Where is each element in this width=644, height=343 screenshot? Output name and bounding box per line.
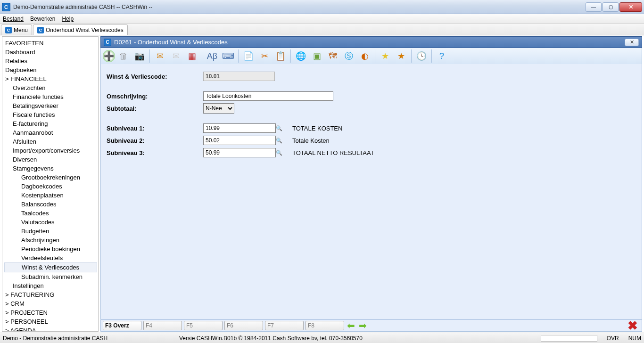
sidebar: FAVORIETENDashboardRelatiesDagboeken> FI…	[2, 36, 99, 332]
sub1-result: TOTALE KOSTEN	[292, 125, 342, 132]
help-icon[interactable]: ?	[434, 49, 449, 63]
font-icon[interactable]: Aβ	[205, 49, 220, 63]
skype-icon[interactable]: Ⓢ	[341, 49, 356, 63]
add-icon[interactable]: ➕	[103, 50, 115, 62]
pdf-icon[interactable]: ▦	[184, 49, 199, 63]
delete-icon[interactable]: 🗑	[116, 49, 131, 63]
label-sub3: Subniveau 3:	[107, 149, 203, 156]
camera-icon[interactable]: 📷	[132, 49, 147, 63]
sidebar-item[interactable]: Afschrijvingen	[4, 236, 97, 245]
box-icon[interactable]: ▣	[309, 49, 324, 63]
sidebar-item[interactable]: Taalcodes	[4, 209, 97, 218]
star-alt-icon[interactable]: ★	[394, 49, 409, 63]
tab-onderhoud[interactable]: C Onderhoud Winst Verliescodes	[33, 24, 128, 35]
sub2-input[interactable]	[203, 136, 276, 145]
sidebar-item[interactable]: Dagboeken	[4, 65, 97, 74]
sidebar-item[interactable]: Periodieke boekingen	[4, 245, 97, 253]
menu-button-label: Menu	[14, 27, 28, 33]
lookup-icon[interactable]: 🔍	[275, 148, 283, 157]
calculator-icon[interactable]: ⌨	[221, 49, 236, 63]
sub1-input[interactable]	[203, 123, 276, 133]
sidebar-item[interactable]: Dagboekcodes	[4, 182, 97, 191]
sub3-input[interactable]	[203, 148, 276, 157]
sidebar-item[interactable]: Fiscale functies	[4, 110, 97, 119]
cut-icon[interactable]: ✂	[257, 49, 272, 63]
pane-title: D0261 - Onderhoud Winst & Verliescodes	[114, 39, 228, 46]
sidebar-item[interactable]: > FINANCIEEL	[4, 74, 97, 83]
pane-close-button[interactable]: ✕	[625, 39, 639, 46]
app-icon-small: C	[37, 27, 44, 33]
sidebar-item[interactable]: FAVORIETEN	[4, 39, 97, 48]
sidebar-item[interactable]: > AGENDA	[4, 326, 97, 332]
sidebar-item[interactable]: Afsluiten	[4, 137, 97, 146]
sidebar-item[interactable]: Budgetten	[4, 227, 97, 236]
sidebar-item[interactable]: > PERSONEEL	[4, 317, 97, 326]
map-icon[interactable]: 🗺	[325, 49, 340, 63]
sidebar-item[interactable]: Balanscodes	[4, 200, 97, 209]
sidebar-item[interactable]: > FACTURERING	[4, 290, 97, 299]
app-icon: C	[2, 3, 10, 11]
sidebar-item[interactable]: Import/export/conversies	[4, 146, 97, 155]
status-version: Versie CASHWin.B01b © 1984-2011 Cash Sof…	[179, 335, 363, 342]
label-code: Winst & Verliescode:	[107, 73, 203, 80]
f5-button[interactable]: F5	[184, 321, 223, 330]
menubar: Bestand Bewerken Help	[0, 14, 644, 24]
sidebar-item[interactable]: Diversen	[4, 155, 97, 164]
next-arrow-icon[interactable]: ➡	[359, 320, 367, 331]
cancel-button[interactable]: ✖	[627, 318, 638, 333]
code-input[interactable]	[203, 72, 275, 81]
tab-label: Onderhoud Winst Verliescodes	[46, 27, 124, 33]
sidebar-item[interactable]: Instellingen	[4, 281, 97, 290]
app-icon-small: C	[104, 39, 111, 46]
toolbar-separator	[238, 49, 239, 63]
sidebar-item[interactable]: Stamgegevens	[4, 164, 97, 173]
sidebar-item[interactable]: Financiele functies	[4, 92, 97, 101]
content-pane: C D0261 - Onderhoud Winst & Verliescodes…	[100, 36, 642, 332]
sidebar-item[interactable]: Valutacodes	[4, 218, 97, 227]
prev-arrow-icon[interactable]: ⬅	[347, 320, 355, 331]
toolbar-separator	[202, 49, 202, 63]
menu-bestand[interactable]: Bestand	[3, 16, 24, 22]
lookup-icon[interactable]: 🔍	[275, 136, 283, 145]
omschrijving-input[interactable]	[203, 91, 333, 101]
lookup-icon[interactable]: 🔍	[275, 124, 283, 132]
sidebar-item[interactable]: Aanmaanrobot	[4, 128, 97, 137]
label-subtotaal: Subtotaal:	[107, 105, 203, 112]
sidebar-item[interactable]: Grootboekrekeningen	[4, 173, 97, 182]
menu-bewerken[interactable]: Bewerken	[30, 16, 55, 22]
f8-button[interactable]: F8	[305, 321, 344, 330]
f3-button[interactable]: F3 Overz	[103, 321, 141, 330]
mail-open-icon[interactable]: ✉	[152, 49, 167, 63]
menu-button[interactable]: C Menu	[1, 24, 32, 35]
sidebar-item[interactable]: Kostenplaatsen	[4, 191, 97, 200]
maximize-button[interactable]: ▢	[603, 2, 619, 12]
sidebar-item[interactable]: E-facturering	[4, 119, 97, 128]
f7-button[interactable]: F7	[265, 321, 304, 330]
minimize-button[interactable]: —	[586, 2, 602, 12]
subtotaal-select[interactable]: N-Nee	[203, 103, 234, 114]
statusbar: Demo - Demonstratie administratie CASH V…	[0, 333, 644, 343]
f6-button[interactable]: F6	[224, 321, 263, 330]
sidebar-item[interactable]: Relaties	[4, 57, 97, 65]
menu-help[interactable]: Help	[62, 16, 74, 22]
sub3-result: TOTAAL NETTO RESULTAAT	[292, 149, 374, 156]
paste-icon[interactable]: 📄	[241, 49, 256, 63]
sidebar-item[interactable]: Winst & Verliescodes	[4, 262, 97, 272]
sidebar-item[interactable]: > PROJECTEN	[4, 308, 97, 317]
close-button[interactable]: ✕	[619, 2, 642, 12]
sidebar-item[interactable]: Subadmin. kenmerken	[4, 272, 97, 281]
sidebar-item[interactable]: Verdeelsleutels	[4, 253, 97, 262]
status-left: Demo - Demonstratie administratie CASH	[3, 335, 107, 342]
clock-icon[interactable]: 🕓	[414, 49, 429, 63]
sidebar-item[interactable]: > CRM	[4, 299, 97, 308]
clipboard-icon[interactable]: 📋	[273, 49, 288, 63]
gauge-icon[interactable]: ◐	[357, 49, 372, 63]
sidebar-item[interactable]: Betalingsverkeer	[4, 101, 97, 110]
sidebar-item[interactable]: Dashboard	[4, 48, 97, 57]
sidebar-item[interactable]: Overzichten	[4, 83, 97, 92]
globe-icon[interactable]: 🌐	[293, 49, 308, 63]
star-icon[interactable]: ★	[378, 49, 393, 63]
toolbar-separator	[149, 49, 150, 63]
send-icon[interactable]: ✉	[168, 49, 183, 63]
f4-button[interactable]: F4	[143, 321, 182, 330]
